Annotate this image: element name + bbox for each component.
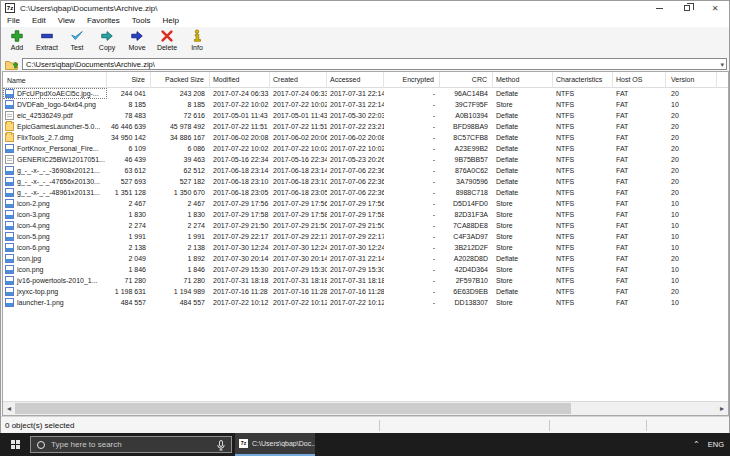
file-name-cell[interactable]: g_-_-x-_-_-48961x20131... [3,187,107,198]
file-created-cell: 2017-07-29 17:58 [270,209,327,220]
table-row[interactable]: icon-5.png 1 991 1 991 2017-07-29 22:17 … [3,231,728,242]
table-row[interactable]: GENERIC25BW12017051... 46 439 39 463 201… [3,154,728,165]
file-version-cell: 10 [666,99,717,110]
file-name-cell[interactable]: g_-_-x-_-_-36908x20121... [3,165,107,176]
menu-edit[interactable]: Edit [26,15,52,27]
column-header-host-os[interactable]: Host OS [613,72,666,88]
scroll-right-icon[interactable]: ▸ [716,402,728,415]
table-row[interactable]: g_-_-x-_-_-48961x20131... 1 351 128 1 35… [3,187,728,198]
file-name-cell[interactable]: icon.png [3,264,107,275]
file-size-cell: 1 846 [107,264,151,275]
table-row[interactable]: jxyxc-top.png 1 198 631 1 194 989 2017-0… [3,286,728,297]
file-created-cell: 2017-06-18 23:05 [270,187,327,198]
file-accessed-cell: 2017-07-31 22:14 [327,88,384,99]
file-name-cell[interactable]: FortKnox_Personal_Fire... [3,143,107,154]
file-name-cell[interactable]: g_-_-x-_-_-47656x20130... [3,176,107,187]
table-row[interactable]: icon.png 1 846 1 846 2017-07-29 15:30 20… [3,264,728,275]
file-host-os-cell: FAT [613,297,666,308]
menu-tools[interactable]: Tools [126,15,157,27]
file-name-cell[interactable]: DVDFab_logo-64x64.png [3,99,107,110]
restore-button[interactable] [673,1,701,15]
column-header-modified[interactable]: Modified [210,72,270,88]
column-header-created[interactable]: Created [270,72,327,88]
file-name-cell[interactable]: jv16-powertools-2010_1... [3,275,107,286]
horizontal-scrollbar[interactable]: ◂ ▸ [3,401,728,415]
info-button[interactable]: Info [182,27,212,56]
column-header-version[interactable]: Version [666,72,717,88]
table-row[interactable]: FortKnox_Personal_Fire... 6 109 6 086 20… [3,143,728,154]
table-row[interactable]: icon-2.png 2 467 2 467 2017-07-29 17:56 … [3,198,728,209]
titlebar[interactable]: 7z C:\Users\qbap\Documents\Archive.zip\ … [1,1,729,15]
file-host-os-cell: FAT [613,275,666,286]
extract-button[interactable]: Extract [32,27,62,56]
scroll-left-icon[interactable]: ◂ [3,402,15,415]
table-row[interactable]: FlixTools_2.7.dmg 34 950 142 34 886 167 … [3,132,728,143]
file-accessed-cell: 2017-07-22 10:02 [327,143,384,154]
move-button[interactable]: Move [122,27,152,56]
table-row[interactable]: g_-_-x-_-_-36908x20121... 63 612 62 512 … [3,165,728,176]
copy-button[interactable]: Copy [92,27,122,56]
toolbar: Add Extract Test Copy Move Delete [1,27,729,57]
table-row[interactable]: icon-3.png 1 830 1 830 2017-07-29 17:58 … [3,209,728,220]
column-header-characteristics[interactable]: Characteristics [553,72,613,88]
file-packed-size-cell: 484 557 [151,297,210,308]
minimize-button[interactable] [645,1,673,15]
column-header-crc[interactable]: CRC [440,72,493,88]
start-button[interactable] [0,433,30,456]
table-row[interactable]: eic_42536249.pdf 78 483 72 616 2017-05-0… [3,110,728,121]
test-button[interactable]: Test [62,27,92,56]
microphone-icon[interactable] [217,440,225,451]
parent-folder-button[interactable] [4,58,19,70]
file-host-os-cell: FAT [613,154,666,165]
file-accessed-cell: 2017-07-31 18:18 [327,275,384,286]
column-header-accessed[interactable]: Accessed [327,72,384,88]
column-header-packed-size[interactable]: Packed Size [151,72,210,88]
column-header-encrypted[interactable]: Encrypted [384,72,440,88]
file-name-cell[interactable]: eic_42536249.pdf [3,110,107,121]
language-indicator[interactable]: ENG [708,440,724,449]
menu-view[interactable]: View [52,15,81,27]
add-button[interactable]: Add [2,27,32,56]
file-name: icon-3.png [17,209,50,220]
file-name-cell[interactable]: icon-5.png [3,231,107,242]
tray-chevron-icon[interactable]: ⌃ [693,440,700,449]
file-created-cell: 2017-07-24 06:33 [270,88,327,99]
file-characteristics-cell: NTFS [553,165,613,176]
file-name-cell[interactable]: FlixTools_2.7.dmg [3,132,107,143]
scrollbar-thumb[interactable] [15,403,571,414]
table-row[interactable]: icon-6.png 2 138 2 138 2017-07-30 12:24 … [3,242,728,253]
table-row[interactable]: icon.jpg 2 049 1 892 2017-07-30 20:14 20… [3,253,728,264]
column-header-name[interactable]: Name [3,72,107,88]
file-name-cell[interactable]: icon-4.png [3,220,107,231]
table-row[interactable]: DVDFab_logo-64x64.png 8 185 8 185 2017-0… [3,99,728,110]
table-row[interactable]: launcher-1.png 484 557 484 557 2017-07-2… [3,297,728,308]
menu-file[interactable]: File [1,15,26,27]
table-row[interactable]: g_-_-x-_-_-47656x20130... 527 693 527 18… [3,176,728,187]
file-name-cell[interactable]: jxyxc-top.png [3,286,107,297]
file-size-cell: 1 830 [107,209,151,220]
address-combobox[interactable]: C:\Users\qbap\Documents\Archive.zip\ ▾ [22,58,727,70]
column-header-size[interactable]: Size [107,72,151,88]
table-row[interactable]: EpicGamesLauncher-5.0... 46 446 639 45 9… [3,121,728,132]
file-name-cell[interactable]: icon-2.png [3,198,107,209]
column-header-method[interactable]: Method [493,72,553,88]
file-name-cell[interactable]: DFcUPpdXoAECl5c.jpg-... [3,88,107,99]
table-row[interactable]: DFcUPpdXoAECl5c.jpg-... 244 041 243 208 … [3,88,728,99]
table-row[interactable]: jv16-powertools-2010_1... 71 280 71 280 … [3,275,728,286]
menu-help[interactable]: Help [156,15,184,27]
close-button[interactable]: ✕ [701,1,729,15]
chevron-down-icon[interactable]: ▾ [720,61,724,69]
delete-button[interactable]: Delete [152,27,182,56]
menu-favorites[interactable]: Favorites [81,15,126,27]
file-modified-cell: 2017-07-29 15:30 [210,264,270,275]
file-name-cell[interactable]: icon-6.png [3,242,107,253]
file-name-cell[interactable]: EpicGamesLauncher-5.0... [3,121,107,132]
file-name-cell[interactable]: GENERIC25BW12017051... [3,154,107,165]
file-name-cell[interactable]: icon.jpg [3,253,107,264]
status-divider [646,420,647,431]
taskbar-search-input[interactable]: Type here to search [30,436,232,453]
file-name-cell[interactable]: launcher-1.png [3,297,107,308]
file-name-cell[interactable]: icon-3.png [3,209,107,220]
taskbar-app-7zip[interactable]: 7z C:\Users\qbap\Doc... [235,433,315,456]
table-row[interactable]: icon-4.png 2 274 2 274 2017-07-29 21:50 … [3,220,728,231]
